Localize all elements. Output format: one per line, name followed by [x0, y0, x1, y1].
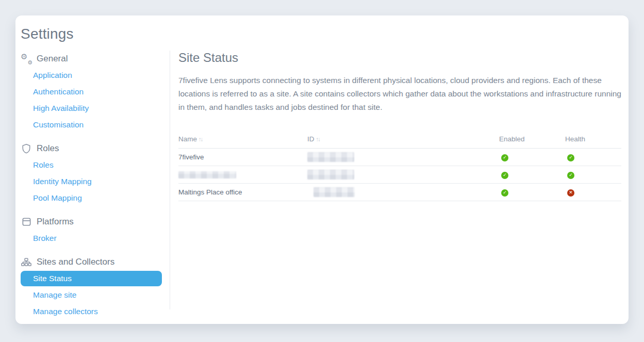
sidebar-item-manage-site[interactable]: Manage site	[21, 287, 162, 303]
sidebar-section-general: ⚙⚙GeneralApplicationAuthenticationHigh A…	[21, 51, 169, 133]
sidebar-item-broker[interactable]: Broker	[21, 230, 162, 247]
column-header-health: Health	[565, 133, 621, 149]
column-header-name[interactable]: Name↑↓	[178, 133, 307, 149]
cell-id	[307, 166, 499, 184]
column-header-id[interactable]: ID↑↓	[307, 133, 499, 149]
cell-enabled: ✓	[499, 149, 565, 166]
sidebar-item-application[interactable]: Application	[21, 67, 162, 84]
redacted-id	[313, 187, 355, 197]
table-row: ✓✓	[178, 166, 621, 184]
column-label: Enabled	[499, 135, 525, 143]
cell-name: 7fivefive	[178, 149, 307, 166]
section-description: 7fivefive Lens supports connecting to sy…	[178, 74, 621, 114]
sidebar-section-label: Roles	[37, 143, 59, 154]
sidebar-section-header: Roles	[21, 140, 169, 157]
cell-health: ✓	[565, 166, 621, 184]
sidebar-item-authentication[interactable]: Authentication	[21, 84, 162, 100]
site-status-panel: Site Status 7fivefive Lens supports conn…	[170, 50, 629, 321]
cell-id	[307, 184, 499, 201]
column-label: ID	[307, 135, 315, 143]
site-status-table: Name↑↓ID↑↓EnabledHealth 7fivefive✓✓✓✓Mal…	[178, 133, 621, 201]
sidebar-section-header: ⚙⚙General	[21, 51, 169, 67]
sidebar-item-site-status[interactable]: Site Status	[21, 271, 162, 286]
cell-id	[307, 149, 499, 166]
sidebar-section-header: Platforms	[21, 214, 169, 230]
status-ok-icon: ✓	[567, 172, 574, 179]
redacted-id	[307, 152, 354, 162]
status-ok-icon: ✓	[567, 154, 574, 161]
cell-health: ✓	[565, 149, 621, 166]
sidebar-section-sites-and-collectors: Sites and CollectorsSite StatusManage si…	[21, 254, 169, 320]
sort-arrows-icon: ↑↓	[199, 136, 203, 142]
sidebar-section-header: Sites and Collectors	[21, 254, 169, 270]
sidebar-section-label: Sites and Collectors	[37, 257, 114, 267]
redacted-id	[307, 170, 354, 180]
settings-panel: Settings ⚙⚙GeneralApplicationAuthenticat…	[15, 15, 629, 324]
sidebar-item-roles[interactable]: Roles	[21, 157, 162, 173]
settings-sidebar: ⚙⚙GeneralApplicationAuthenticationHigh A…	[21, 50, 169, 321]
sidebar-section-roles: RolesRolesIdentity MappingPool Mapping	[21, 140, 169, 206]
column-label: Name	[178, 135, 197, 143]
status-ok-icon: ✓	[501, 189, 508, 197]
cell-name: Maltings Place office	[178, 184, 307, 201]
sidebar-item-high-availability[interactable]: High Availability	[21, 100, 162, 117]
sitemap-icon	[21, 256, 32, 268]
sort-arrows-icon: ↑↓	[316, 136, 320, 142]
section-heading: Site Status	[178, 51, 621, 65]
table-header-row: Name↑↓ID↑↓EnabledHealth	[178, 133, 621, 149]
column-label: Health	[565, 135, 585, 143]
table-row: Maltings Place office✓✕	[178, 184, 621, 201]
cell-enabled: ✓	[499, 166, 565, 184]
cell-health: ✕	[565, 184, 621, 201]
sidebar-item-manage-collectors[interactable]: Manage collectors	[21, 303, 162, 320]
sidebar-item-identity-mapping[interactable]: Identity Mapping	[21, 173, 162, 190]
cell-name	[178, 166, 307, 184]
page-title: Settings	[21, 26, 629, 42]
shield-icon	[21, 143, 32, 154]
redacted-name	[178, 171, 236, 178]
site-name: Maltings Place office	[178, 188, 242, 196]
platform-icon	[21, 216, 32, 227]
column-header-enabled: Enabled	[499, 133, 565, 149]
sidebar-section-label: Platforms	[37, 217, 74, 227]
sidebar-item-customisation[interactable]: Customisation	[21, 117, 162, 133]
gears-icon: ⚙⚙	[21, 53, 32, 64]
status-error-icon: ✕	[567, 189, 574, 197]
sidebar-section-platforms: PlatformsBroker	[21, 214, 169, 247]
content-row: ⚙⚙GeneralApplicationAuthenticationHigh A…	[21, 50, 629, 321]
table-row: 7fivefive✓✓	[178, 149, 621, 166]
site-name: 7fivefive	[178, 153, 204, 161]
sidebar-item-pool-mapping[interactable]: Pool Mapping	[21, 190, 162, 206]
status-ok-icon: ✓	[501, 172, 508, 179]
cell-enabled: ✓	[499, 184, 565, 201]
sidebar-section-label: General	[37, 54, 68, 64]
status-ok-icon: ✓	[501, 154, 508, 161]
